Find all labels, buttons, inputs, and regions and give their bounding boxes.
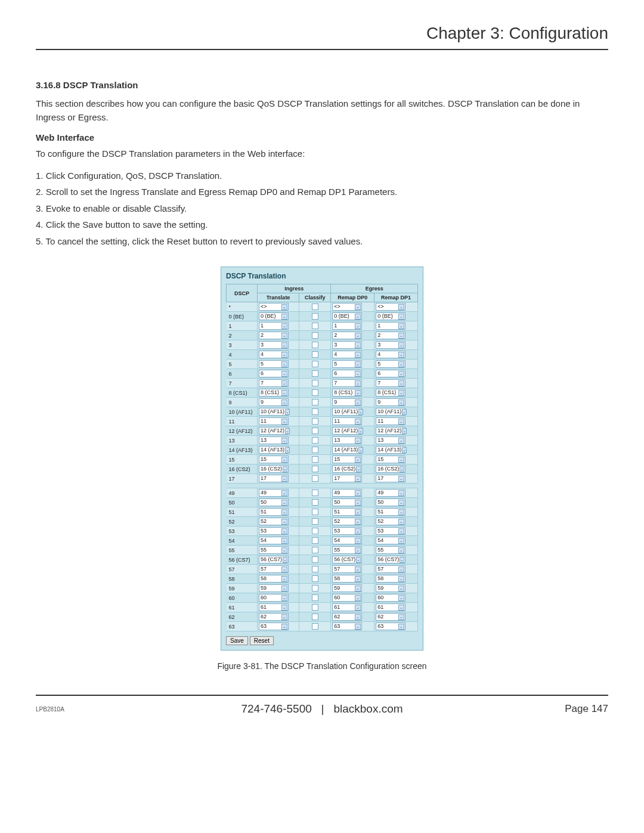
value-dropdown[interactable]: 52⌄	[332, 518, 362, 525]
value-dropdown[interactable]: 57⌄	[259, 565, 289, 573]
value-dropdown[interactable]: <>⌄	[332, 303, 362, 311]
classify-checkbox[interactable]	[312, 408, 318, 415]
value-dropdown[interactable]: 9⌄	[259, 398, 289, 406]
value-dropdown[interactable]: 13⌄	[332, 436, 362, 444]
value-dropdown[interactable]: 63⌄	[376, 623, 405, 630]
value-dropdown[interactable]: 52⌄	[259, 518, 289, 525]
value-dropdown[interactable]: 1⌄	[376, 322, 405, 330]
value-dropdown[interactable]: 59⌄	[332, 584, 362, 592]
value-dropdown[interactable]: 12 (AF12)⌄	[376, 427, 405, 435]
value-dropdown[interactable]: 16 (CS2)⌄	[376, 465, 405, 473]
value-dropdown[interactable]: 12 (AF12)⌄	[259, 427, 289, 435]
value-dropdown[interactable]: 50⌄	[376, 498, 405, 506]
value-dropdown[interactable]: 9⌄	[376, 398, 405, 406]
classify-checkbox[interactable]	[312, 351, 318, 358]
value-dropdown[interactable]: 14 (AF13)⌄	[332, 446, 362, 454]
value-dropdown[interactable]: 51⌄	[332, 508, 362, 516]
value-dropdown[interactable]: 3⌄	[259, 341, 289, 349]
classify-checkbox[interactable]	[312, 585, 318, 592]
classify-checkbox[interactable]	[312, 313, 318, 320]
value-dropdown[interactable]: 63⌄	[332, 623, 362, 630]
classify-checkbox[interactable]	[312, 456, 318, 463]
value-dropdown[interactable]: 10 (AF11)⌄	[376, 408, 405, 416]
value-dropdown[interactable]: 2⌄	[332, 332, 362, 339]
value-dropdown[interactable]: 60⌄	[332, 594, 362, 602]
value-dropdown[interactable]: 11⌄	[259, 417, 289, 425]
value-dropdown[interactable]: 6⌄	[332, 370, 362, 377]
value-dropdown[interactable]: 16 (CS2)⌄	[332, 465, 362, 473]
value-dropdown[interactable]: 10 (AF11)⌄	[259, 408, 289, 416]
value-dropdown[interactable]: 54⌄	[376, 537, 405, 544]
value-dropdown[interactable]: 17⌄	[332, 475, 362, 482]
value-dropdown[interactable]: 59⌄	[376, 584, 405, 592]
classify-checkbox[interactable]	[312, 323, 318, 329]
value-dropdown[interactable]: 3⌄	[376, 341, 405, 349]
value-dropdown[interactable]: 4⌄	[259, 351, 289, 358]
classify-checkbox[interactable]	[312, 594, 318, 601]
classify-checkbox[interactable]	[312, 509, 318, 515]
value-dropdown[interactable]: 60⌄	[376, 594, 405, 602]
classify-checkbox[interactable]	[312, 399, 318, 405]
classify-checkbox[interactable]	[312, 418, 318, 425]
value-dropdown[interactable]: 11⌄	[376, 417, 405, 425]
value-dropdown[interactable]: 13⌄	[376, 436, 405, 444]
value-dropdown[interactable]: 61⌄	[376, 603, 405, 611]
classify-checkbox[interactable]	[312, 332, 318, 339]
value-dropdown[interactable]: 49⌄	[332, 489, 362, 497]
value-dropdown[interactable]: 15⌄	[332, 456, 362, 463]
classify-checkbox[interactable]	[312, 389, 318, 396]
value-dropdown[interactable]: 53⌄	[332, 527, 362, 535]
value-dropdown[interactable]: 6⌄	[259, 370, 289, 377]
value-dropdown[interactable]: 4⌄	[332, 351, 362, 358]
value-dropdown[interactable]: 0 (BE)⌄	[332, 312, 362, 320]
value-dropdown[interactable]: 53⌄	[376, 527, 405, 535]
classify-checkbox[interactable]	[312, 361, 318, 367]
value-dropdown[interactable]: 51⌄	[259, 508, 289, 516]
value-dropdown[interactable]: 58⌄	[332, 575, 362, 583]
value-dropdown[interactable]: 7⌄	[376, 379, 405, 387]
value-dropdown[interactable]: 9⌄	[332, 398, 362, 406]
value-dropdown[interactable]: 12 (AF12)⌄	[332, 427, 362, 435]
value-dropdown[interactable]: 16 (CS2)⌄	[259, 465, 289, 473]
value-dropdown[interactable]: 13⌄	[259, 436, 289, 444]
value-dropdown[interactable]: 8 (CS1)⌄	[332, 389, 362, 397]
value-dropdown[interactable]: 62⌄	[376, 613, 405, 621]
classify-checkbox[interactable]	[312, 437, 318, 444]
save-button[interactable]: Save	[226, 636, 248, 645]
value-dropdown[interactable]: 61⌄	[332, 603, 362, 611]
classify-checkbox[interactable]	[312, 490, 318, 496]
classify-checkbox[interactable]	[312, 556, 318, 563]
value-dropdown[interactable]: <>⌄	[376, 303, 405, 311]
value-dropdown[interactable]: 15⌄	[259, 456, 289, 463]
value-dropdown[interactable]: 8 (CS1)⌄	[376, 389, 405, 397]
value-dropdown[interactable]: 2⌄	[376, 332, 405, 339]
value-dropdown[interactable]: 0 (BE)⌄	[259, 312, 289, 320]
value-dropdown[interactable]: 7⌄	[259, 379, 289, 387]
value-dropdown[interactable]: 53⌄	[259, 527, 289, 535]
value-dropdown[interactable]: 15⌄	[376, 456, 405, 463]
value-dropdown[interactable]: 63⌄	[259, 623, 289, 630]
classify-checkbox[interactable]	[312, 623, 318, 630]
value-dropdown[interactable]: 17⌄	[376, 475, 405, 482]
value-dropdown[interactable]: 52⌄	[376, 518, 405, 525]
classify-checkbox[interactable]	[312, 614, 318, 620]
value-dropdown[interactable]: 49⌄	[376, 489, 405, 497]
value-dropdown[interactable]: 6⌄	[376, 370, 405, 377]
value-dropdown[interactable]: 55⌄	[376, 546, 405, 554]
value-dropdown[interactable]: 50⌄	[332, 498, 362, 506]
classify-checkbox[interactable]	[312, 466, 318, 472]
classify-checkbox[interactable]	[312, 475, 318, 482]
classify-checkbox[interactable]	[312, 604, 318, 611]
classify-checkbox[interactable]	[312, 342, 318, 348]
value-dropdown[interactable]: 57⌄	[376, 565, 405, 573]
classify-checkbox[interactable]	[312, 575, 318, 582]
classify-checkbox[interactable]	[312, 304, 318, 310]
classify-checkbox[interactable]	[312, 528, 318, 534]
value-dropdown[interactable]: 60⌄	[259, 594, 289, 602]
value-dropdown[interactable]: 14 (AF13)⌄	[259, 446, 289, 454]
classify-checkbox[interactable]	[312, 547, 318, 553]
classify-checkbox[interactable]	[312, 428, 318, 434]
value-dropdown[interactable]: 58⌄	[376, 575, 405, 583]
value-dropdown[interactable]: 54⌄	[332, 537, 362, 544]
value-dropdown[interactable]: 57⌄	[332, 565, 362, 573]
